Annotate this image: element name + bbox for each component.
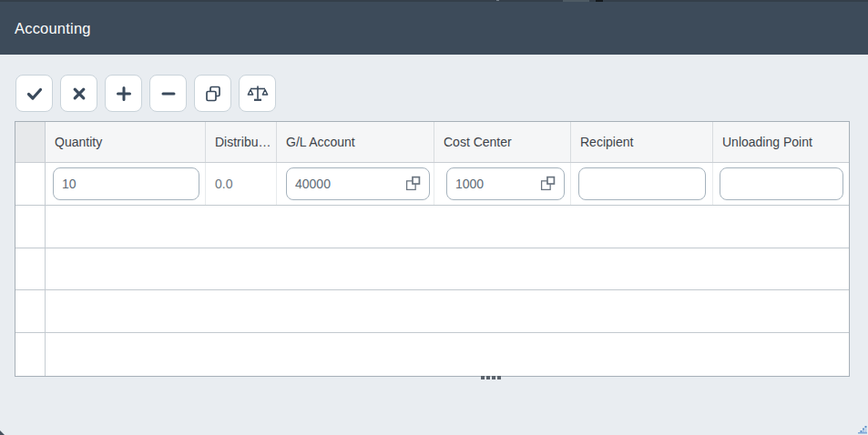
accounting-table: Quantity Distribu… G/L Account Cost Cent…: [15, 121, 850, 377]
row-selector-cell[interactable]: [15, 290, 46, 332]
table-row-empty: [15, 206, 849, 248]
accept-button[interactable]: [15, 75, 53, 112]
copy-icon: [202, 83, 224, 105]
copy-row-button[interactable]: [194, 75, 231, 112]
column-header-recipient[interactable]: Recipient: [571, 122, 713, 162]
unloading-point-input[interactable]: [729, 177, 834, 191]
accounting-dialog: Accounting: [0, 0, 868, 435]
column-header-cost-center[interactable]: Cost Center: [434, 122, 571, 162]
table-row-empty: [15, 248, 849, 291]
column-header-unloading-point[interactable]: Unloading Point: [713, 122, 849, 162]
empty-row-area: [46, 333, 849, 376]
table-row-empty: [15, 333, 849, 376]
gl-account-field-wrap: [286, 167, 430, 200]
gl-account-cell: [277, 163, 434, 205]
resize-dot: [497, 376, 501, 379]
distribution-value: 0.0: [206, 177, 232, 191]
value-help-icon[interactable]: [405, 176, 421, 191]
cost-center-field-wrap: [446, 167, 565, 200]
column-header-gl-account[interactable]: G/L Account: [277, 122, 434, 162]
bottom-left-artifact: [0, 430, 5, 435]
column-header-selector[interactable]: [15, 122, 46, 162]
row-selector-cell[interactable]: [15, 163, 46, 205]
table-row-empty: [15, 290, 849, 333]
plus-icon: [113, 83, 135, 105]
empty-row-area: [46, 290, 849, 332]
empty-row-area: [46, 248, 849, 290]
empty-row-area: [46, 206, 849, 248]
gl-account-input[interactable]: [295, 177, 402, 191]
row-selector-cell[interactable]: [15, 206, 46, 248]
table-row: 0.0: [15, 163, 849, 206]
row-selector-cell[interactable]: [15, 248, 46, 290]
unloading-point-field-wrap: [720, 167, 843, 200]
quantity-input[interactable]: [62, 177, 190, 191]
column-header-distribution[interactable]: Distribu…: [206, 122, 277, 162]
resize-dot: [486, 376, 490, 379]
column-header-quantity[interactable]: Quantity: [46, 122, 206, 162]
recipient-input[interactable]: [587, 177, 697, 191]
row-selector-cell[interactable]: [15, 333, 46, 376]
decline-button[interactable]: [60, 75, 97, 112]
check-icon: [24, 83, 46, 105]
quantity-field-wrap: [53, 167, 199, 200]
close-icon: [68, 83, 90, 105]
distribution-cell: 0.0: [206, 163, 277, 205]
resize-dot: [481, 376, 485, 379]
dialog-title: Accounting: [15, 20, 91, 37]
cost-center-input[interactable]: [455, 177, 536, 191]
window-resize-grip[interactable]: [858, 425, 867, 434]
balance-scale-icon: [247, 83, 269, 105]
distribute-button[interactable]: [239, 75, 276, 112]
recipient-field-wrap: [578, 167, 706, 200]
table-resize-handle[interactable]: [481, 376, 501, 379]
value-help-icon[interactable]: [540, 176, 556, 191]
toolbar: [15, 75, 276, 112]
unloading-point-cell: [713, 163, 849, 205]
table-header-row: Quantity Distribu… G/L Account Cost Cent…: [15, 122, 849, 163]
cost-center-cell: [434, 163, 571, 205]
recipient-cell: [571, 163, 713, 205]
dialog-header: Accounting: [0, 2, 868, 55]
remove-row-button[interactable]: [149, 75, 187, 112]
minus-icon: [158, 83, 179, 105]
quantity-cell: [46, 163, 206, 205]
resize-dot: [492, 376, 495, 379]
add-row-button[interactable]: [105, 75, 142, 112]
top-edge-notch: [496, 0, 499, 1]
